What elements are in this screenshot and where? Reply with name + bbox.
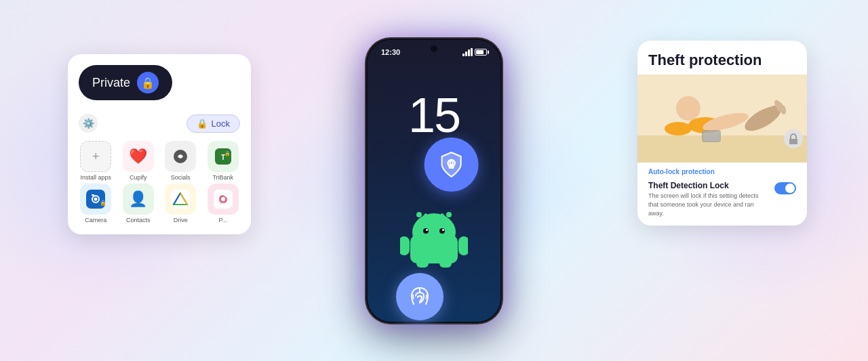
- list-item[interactable]: T 🔒 TriBank: [203, 141, 243, 181]
- svg-rect-7: [92, 194, 94, 196]
- svg-point-18: [423, 228, 429, 234]
- app-label: Drive: [174, 217, 188, 224]
- clock-display: 15: [408, 87, 460, 143]
- battery-icon: [475, 49, 487, 56]
- private-space-card: Private 🔒 ⚙️ 🔒 Lock + Install apps ❤️ Cu…: [68, 54, 251, 234]
- svg-point-19: [439, 228, 445, 234]
- status-icons: [462, 48, 487, 56]
- app-label: Cupify: [130, 174, 147, 181]
- photos-icon: [208, 184, 239, 215]
- contacts-icon: 👤: [123, 184, 154, 215]
- settings-gear-icon[interactable]: ⚙️: [79, 114, 98, 133]
- svg-rect-45: [703, 131, 719, 141]
- theft-detection-toggle[interactable]: [774, 182, 796, 194]
- lock-icon-small: 🔒: [197, 119, 208, 129]
- signal-bars-icon: [462, 48, 473, 56]
- svg-point-42: [665, 122, 692, 135]
- app-label: Install apps: [80, 174, 111, 181]
- list-item[interactable]: 👤 Contacts: [119, 184, 159, 224]
- list-item[interactable]: Drive: [161, 184, 201, 224]
- shield-bubble: [425, 137, 479, 192]
- socials-icon: [165, 141, 196, 172]
- svg-point-25: [446, 212, 452, 217]
- theft-detection-row: Theft Detection Lock The screen will loc…: [637, 178, 807, 226]
- list-item[interactable]: 🔒 Camera: [76, 184, 116, 224]
- fingerprint-bubble: [396, 273, 443, 320]
- list-item[interactable]: P...: [203, 184, 243, 224]
- svg-rect-27: [458, 236, 468, 255]
- app-grid: + Install apps ❤️ Cupify Socials T 🔒: [68, 138, 251, 234]
- camera-notch: [431, 45, 437, 52]
- list-item[interactable]: Socials: [161, 141, 201, 181]
- camera-app-icon: 🔒: [80, 184, 111, 215]
- app-label: P...: [219, 217, 227, 224]
- lock-button-label: Lock: [212, 119, 230, 129]
- app-label: Camera: [85, 217, 106, 224]
- private-label: Private 🔒: [79, 65, 172, 100]
- svg-text:🔒: 🔒: [100, 199, 105, 206]
- list-item[interactable]: ❤️ Cupify: [119, 141, 159, 181]
- theft-protection-card: Theft protection: [637, 41, 807, 226]
- lock-circle-icon: 🔒: [137, 72, 159, 93]
- cupify-icon: ❤️: [123, 141, 154, 172]
- svg-rect-26: [400, 236, 410, 255]
- svg-point-15: [221, 197, 225, 201]
- svg-point-20: [426, 229, 428, 231]
- install-apps-icon: +: [80, 141, 111, 172]
- svg-text:🔒: 🔒: [224, 150, 230, 156]
- settings-row: ⚙️ 🔒 Lock: [68, 111, 251, 138]
- theft-protection-title: Theft protection: [637, 41, 807, 75]
- svg-rect-29: [439, 259, 452, 268]
- theft-detection-desc: The screen will lock if this setting det…: [648, 192, 769, 217]
- svg-rect-28: [416, 259, 429, 268]
- tribank-icon: T 🔒: [208, 141, 239, 172]
- lock-button[interactable]: 🔒 Lock: [186, 114, 240, 133]
- private-text: Private: [92, 76, 130, 90]
- svg-point-6: [94, 198, 98, 201]
- app-label: Contacts: [126, 217, 151, 224]
- svg-rect-34: [637, 135, 807, 163]
- android-mascot: [400, 207, 468, 268]
- auto-lock-label: Auto-lock protection: [637, 163, 807, 178]
- app-label: Socials: [171, 174, 191, 181]
- svg-point-17: [412, 213, 456, 251]
- theft-illustration: [637, 75, 807, 163]
- svg-point-40: [676, 96, 701, 121]
- list-item[interactable]: + Install apps: [76, 141, 116, 181]
- drive-icon: [165, 184, 196, 215]
- svg-point-24: [416, 212, 422, 217]
- theft-detection-title: Theft Detection Lock: [648, 181, 769, 190]
- fingerprint-icon: [407, 284, 433, 310]
- theft-detection-info: Theft Detection Lock The screen will loc…: [648, 181, 769, 217]
- status-time: 12:30: [381, 48, 400, 56]
- app-label: TriBank: [212, 174, 233, 181]
- shield-lock-icon: [437, 150, 467, 179]
- svg-point-21: [442, 229, 444, 231]
